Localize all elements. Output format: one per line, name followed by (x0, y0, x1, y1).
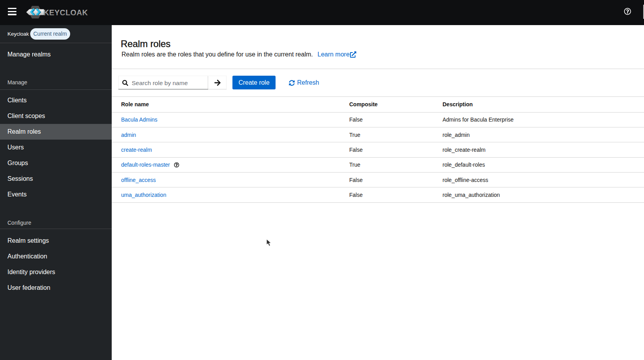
svg-text:KEYCLOAK: KEYCLOAK (44, 8, 88, 17)
